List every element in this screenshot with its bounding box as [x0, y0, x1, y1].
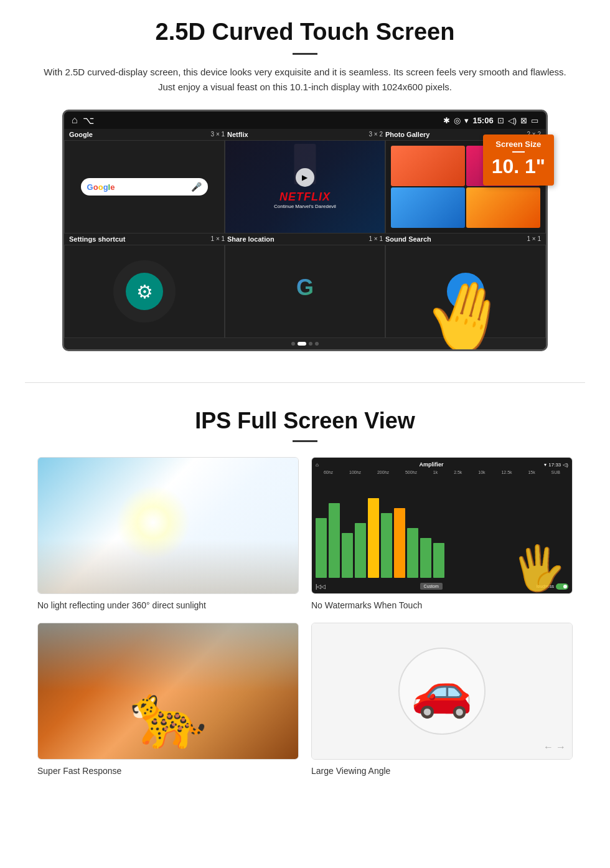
- google-logo: Google: [87, 182, 115, 192]
- amp-home-icon: ⌂: [316, 462, 319, 468]
- section1-description: With 2.5D curved-display screen, this de…: [37, 65, 573, 95]
- battery-icon: ▭: [531, 116, 538, 125]
- eq-bar-4: [355, 523, 366, 578]
- location-icon: ◎: [454, 116, 461, 125]
- sunlight-visual: [38, 458, 298, 593]
- photo-thumb-3: [391, 187, 465, 228]
- amp-skip: |◁◁: [316, 583, 326, 590]
- amp-title: Amplifier: [420, 461, 444, 468]
- google-maps-g: G: [296, 275, 314, 300]
- pagination-dots: [64, 338, 546, 349]
- settings-size: 1 × 1: [211, 235, 225, 243]
- netflix-content: ▶ NETFLIX Continue Marvel's Daredevil: [274, 164, 336, 209]
- screen-record-icon: ⊠: [520, 116, 527, 125]
- app-grid-row2: ⚙ G ♪: [64, 245, 546, 338]
- music-note-icon: ♪: [461, 281, 470, 301]
- eq-bar-1: [316, 518, 327, 578]
- netflix-size: 3 × 2: [369, 131, 383, 138]
- eq-bar-7: [394, 508, 405, 578]
- sound-size: 1 × 1: [527, 235, 541, 243]
- section2-title: IPS Full Screen View: [37, 408, 573, 434]
- volume-icon: ◁): [508, 116, 517, 125]
- badge-divider: [512, 151, 525, 153]
- photo-thumb-4: [466, 187, 540, 228]
- car-image: 🚗 ← →: [311, 623, 573, 760]
- car-circle: 🚗: [398, 648, 486, 735]
- photos-label: Photo Gallery: [385, 131, 430, 138]
- eq-bar-3: [342, 533, 353, 578]
- car-label: Large Viewing Angle: [311, 766, 573, 776]
- car-top-view-icon: 🚗: [411, 662, 473, 720]
- feature-amplifier: ⌂ Amplifier ▾ 17:33 ◁) 60hz100hz200hz500…: [311, 457, 573, 610]
- mic-icon[interactable]: 🎤: [191, 182, 202, 192]
- eq-bar-10: [433, 543, 444, 578]
- share-location-cell[interactable]: G: [225, 245, 385, 338]
- pagination-dot-1[interactable]: [291, 342, 295, 346]
- badge-size: 10. 1": [492, 155, 545, 177]
- cheetah-label: Super Fast Response: [37, 766, 299, 776]
- status-bar-right: ✱ ◎ ▾ 15:06 ⊡ ◁) ⊠ ▭: [443, 116, 538, 125]
- eq-bar-2: [329, 503, 340, 578]
- usb-icon: ⌥: [83, 115, 94, 126]
- device-wrapper: Screen Size 10. 1" ⌂ ⌥ ✱ ◎ ▾ 15:06: [62, 110, 548, 351]
- netflix-app-cell[interactable]: ▶ NETFLIX Continue Marvel's Daredevil: [225, 140, 385, 234]
- google-size: 3 × 1: [211, 131, 225, 138]
- hand-touch-icon: 🖐: [510, 540, 568, 594]
- section-divider: [25, 382, 585, 383]
- eq-bar-5: [368, 498, 379, 578]
- netflix-label: Netflix: [227, 131, 248, 138]
- device-container: Screen Size 10. 1" ⌂ ⌥ ✱ ◎ ▾ 15:06: [37, 110, 573, 351]
- camera-icon: ⊡: [497, 116, 504, 125]
- settings-label: Settings shortcut: [69, 235, 125, 243]
- netflix-logo: NETFLIX: [274, 191, 336, 204]
- cheetah-image: [37, 623, 299, 760]
- status-bar-left: ⌂ ⌥: [72, 115, 94, 126]
- eq-bar-8: [407, 528, 418, 578]
- arrow-right-icon: →: [556, 742, 566, 753]
- maps-icon: G: [288, 275, 322, 309]
- car-arrows: ← →: [543, 742, 566, 753]
- google-app-cell[interactable]: Google 🎤: [64, 140, 225, 234]
- eq-bar-9: [420, 538, 431, 578]
- pagination-dot-4[interactable]: [315, 342, 319, 346]
- netflix-subtitle: Continue Marvel's Daredevil: [274, 204, 336, 209]
- amp-status-icons: ▾ 17:33 ◁): [544, 462, 568, 468]
- amp-vol: ◁): [563, 462, 568, 468]
- device-frame: ⌂ ⌥ ✱ ◎ ▾ 15:06 ⊡ ◁) ⊠ ▭: [62, 110, 548, 351]
- sound-search-cell[interactable]: ♪: [385, 245, 546, 338]
- feature-sunlight: No light reflecting under 360° direct su…: [37, 457, 299, 610]
- section1-divider: [293, 53, 317, 55]
- sound-search-icon[interactable]: ♪: [447, 273, 484, 310]
- app-grid-row1: Google 🎤 ▶ NETFLIX Continue M: [64, 140, 546, 234]
- settings-bg-circles: [113, 260, 176, 323]
- amp-time: 17:33: [548, 462, 561, 468]
- eq-bar-6: [381, 513, 392, 578]
- custom-button[interactable]: Custom: [420, 583, 443, 590]
- wifi-icon: ▾: [464, 116, 469, 125]
- play-button[interactable]: ▶: [296, 168, 314, 187]
- feature-grid: No light reflecting under 360° direct su…: [37, 457, 573, 776]
- bluetooth-icon: ✱: [443, 116, 450, 125]
- pagination-dot-2-active[interactable]: [298, 342, 306, 346]
- settings-app-cell[interactable]: ⚙: [64, 245, 225, 338]
- cheetah-visual: [38, 623, 298, 759]
- status-time: 15:06: [472, 116, 493, 125]
- app-labels-row1: Google 3 × 1 Netflix 3 × 2 Photo Gallery…: [64, 129, 546, 140]
- share-size: 1 × 1: [369, 235, 383, 243]
- sunlight-image: [37, 457, 299, 594]
- arrow-left-icon: ←: [543, 742, 553, 753]
- home-icon[interactable]: ⌂: [72, 115, 78, 126]
- section-ips: IPS Full Screen View No light reflecting…: [0, 402, 610, 795]
- section2-divider: [293, 440, 317, 442]
- status-bar: ⌂ ⌥ ✱ ◎ ▾ 15:06 ⊡ ◁) ⊠ ▭: [64, 111, 546, 129]
- amp-wifi: ▾: [544, 462, 547, 468]
- amplifier-label: No Watermarks When Touch: [311, 600, 573, 610]
- google-search-bar[interactable]: Google 🎤: [81, 178, 209, 196]
- screen-size-badge: Screen Size 10. 1": [483, 134, 554, 186]
- pagination-dot-3[interactable]: [309, 342, 312, 346]
- section-curved-screen: 2.5D Curved Touch Screen With 2.5D curve…: [0, 0, 610, 364]
- share-label: Share location: [227, 235, 274, 243]
- feature-cheetah: Super Fast Response: [37, 623, 299, 776]
- amplifier-image: ⌂ Amplifier ▾ 17:33 ◁) 60hz100hz200hz500…: [311, 457, 573, 594]
- amp-top-bar: ⌂ Amplifier ▾ 17:33 ◁): [316, 461, 568, 468]
